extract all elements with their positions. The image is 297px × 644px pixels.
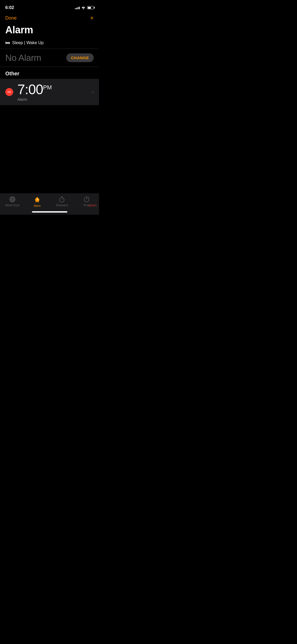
- alarm-time-value: 7:00: [17, 82, 43, 97]
- alarm-period: PM: [43, 84, 52, 91]
- tab-world-clock[interactable]: World Clock: [4, 196, 20, 207]
- alarm-time: 7:00PM: [17, 82, 92, 96]
- xda-watermark: []XDA: [89, 204, 97, 207]
- no-alarm-section: No Alarm CHANGE: [0, 49, 99, 67]
- status-bar: 6:02: [0, 0, 99, 12]
- alarm-chevron-icon: ›: [92, 89, 94, 95]
- svg-line-10: [38, 202, 39, 203]
- other-section-header: Other: [0, 67, 99, 79]
- page-title: Alarm: [0, 23, 99, 38]
- change-button[interactable]: CHANGE: [66, 53, 94, 62]
- svg-line-18: [89, 197, 89, 198]
- alarm-time-block: 7:00PM Alarm: [17, 82, 92, 102]
- status-time: 6:02: [5, 5, 14, 10]
- battery-fill: [88, 7, 91, 9]
- done-button[interactable]: Done: [5, 15, 17, 21]
- tab-alarm[interactable]: Alarm: [29, 196, 45, 207]
- tab-stopwatch[interactable]: Stopwatch: [54, 196, 70, 207]
- timer-icon: [83, 196, 90, 203]
- tab-world-clock-label: World Clock: [5, 204, 20, 207]
- sleep-wake-section: 🛏 Sleep | Wake Up: [0, 38, 99, 49]
- battery-icon: [87, 6, 94, 9]
- add-alarm-button[interactable]: +: [90, 15, 94, 21]
- empty-area: [0, 105, 99, 195]
- minus-icon: [7, 92, 11, 92]
- status-icons: [75, 6, 94, 9]
- alarm-label: Alarm: [17, 97, 92, 102]
- signal-bars-icon: [75, 6, 80, 9]
- stopwatch-icon: [58, 196, 65, 203]
- alarm-icon: [34, 196, 41, 203]
- no-alarm-text: No Alarm: [5, 53, 41, 63]
- world-clock-icon: [9, 196, 16, 203]
- svg-point-8: [36, 197, 38, 199]
- sleep-label: Sleep | Wake Up: [12, 40, 44, 45]
- alarm-item: 7:00PM Alarm ›: [0, 79, 99, 105]
- home-indicator: [32, 211, 67, 213]
- svg-line-14: [62, 199, 63, 200]
- wifi-icon: [81, 6, 86, 9]
- nav-bar: Done +: [0, 12, 99, 23]
- alarm-list: 7:00PM Alarm ›: [0, 79, 99, 105]
- sleep-header: 🛏 Sleep | Wake Up: [5, 40, 94, 45]
- svg-line-9: [36, 202, 36, 203]
- tab-stopwatch-label: Stopwatch: [56, 204, 68, 207]
- delete-alarm-button[interactable]: [5, 88, 13, 96]
- bed-icon: 🛏: [5, 40, 10, 45]
- tab-alarm-label: Alarm: [34, 204, 41, 207]
